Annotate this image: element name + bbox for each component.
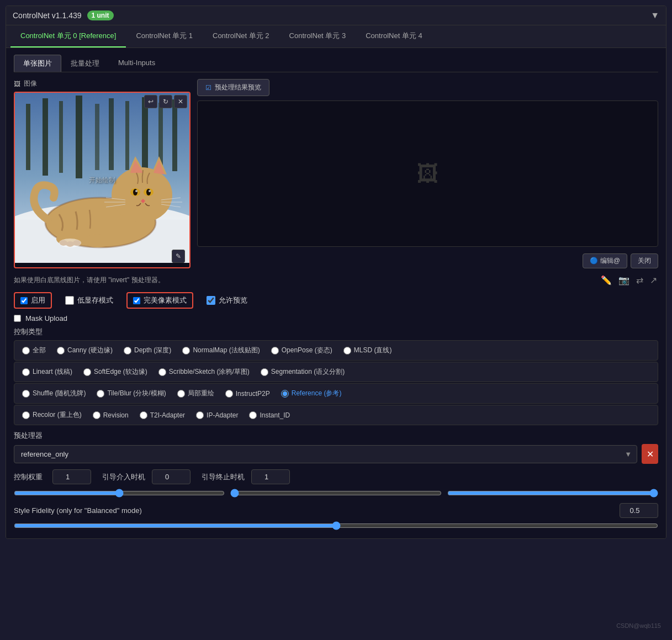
radio-canny[interactable]: Canny (硬边缘) [51,343,118,358]
mask-upload-checkbox[interactable] [14,315,21,322]
pixel-perfect-checkbox[interactable] [133,297,140,304]
svg-rect-1 [26,104,30,170]
radio-mlsd[interactable]: MLSD (直线) [338,343,398,358]
radio-all[interactable]: 全部 [17,343,51,358]
edit-button[interactable]: 🔵 编辑@ [583,253,627,268]
refresh-icon-btn[interactable]: ⇄ [635,274,644,287]
radio-lineart[interactable]: Lineart (线稿) [17,364,78,379]
mask-upload-row: Mask Upload [14,314,658,322]
style-fidelity-input[interactable] [620,503,658,518]
preprocessor-select[interactable]: reference_only reference_adain reference… [14,445,637,463]
close-image-button[interactable]: ✕ [174,95,187,108]
sliders-track-row [14,489,658,498]
svg-point-24 [135,190,137,192]
delete-icon: ✕ [647,449,654,459]
sub-tab-single[interactable]: 单张图片 [14,55,61,72]
svg-rect-5 [95,104,99,170]
radio-reference[interactable]: Reference (参考) [276,386,347,401]
control-weight-input[interactable] [52,469,91,484]
guidance-end-input[interactable] [251,469,290,484]
radio-revision[interactable]: Revision [87,408,134,422]
edit-icon: 🔵 [590,257,598,265]
svg-rect-3 [59,101,63,173]
low-vram-checkbox[interactable] [65,296,74,305]
preview-placeholder-icon: 🖼 [417,161,439,186]
camera-icon-btn[interactable]: 📷 [617,274,631,287]
control-weight-row: 控制权重 引导介入时机 引导终止时机 [14,469,658,484]
radio-revision-label: Revision [103,411,129,419]
radio-scribble[interactable]: Scribble/Sketch (涂鸦/草图) [153,364,255,379]
radio-softedge[interactable]: SoftEdge (软边缘) [78,364,153,379]
image-controls-top: ↩ ↻ ✕ [144,95,187,108]
content-area: 单张图片 批量处理 Multi-Inputs 🖼 图像 [6,48,666,538]
tab-unit2[interactable]: ControlNet 单元 2 [203,25,279,47]
image-upload-box[interactable]: 开始绘制 ↩ ↻ ✕ ✎ [14,92,191,268]
radio-openpose[interactable]: OpenPose (姿态) [266,343,338,358]
control-type-title: 控制类型 [14,327,658,337]
guidance-end-slider[interactable] [447,489,658,498]
radio-mlsd-label: MLSD (直线) [354,346,392,355]
tab-unit3[interactable]: ControlNet 单元 3 [279,25,356,47]
low-vram-label[interactable]: 低显存模式 [77,295,113,305]
edit-icon-btn[interactable]: ✏️ [600,274,613,287]
enable-checkbox-boxed: 启用 [14,292,52,309]
svg-rect-6 [109,98,114,170]
radio-ipadapter-label: IP-Adapter [207,411,238,419]
svg-point-25 [149,190,151,192]
dropdown-arrow-icon[interactable]: ▼ [650,10,659,20]
style-fidelity-slider[interactable] [14,521,658,530]
radio-instructp2p[interactable]: InstructP2P [220,386,276,401]
radio-normalmap[interactable]: NormalMap (法线贴图) [177,343,265,358]
tab-unit0[interactable]: ControlNet 单元 0 [Reference] [10,25,126,47]
allow-preview-label[interactable]: 允许预览 [219,295,247,305]
redo-button[interactable]: ↻ [159,95,172,108]
send-icon-btn[interactable]: ↗ [649,274,658,287]
guidance-start-slider[interactable] [230,489,441,498]
radio-t2iadapter-label: T2I-Adapter [150,411,185,419]
svg-point-22 [133,189,137,195]
brush-controls: ✎ [172,250,185,263]
radio-recolor[interactable]: Recolor (重上色) [17,408,87,422]
radio-instantid[interactable]: Instant_ID [244,408,295,422]
radio-tileblur[interactable]: Tile/Blur (分块/模糊) [91,386,171,401]
allow-preview-checkbox[interactable] [207,296,215,305]
sub-tab-multi[interactable]: Multi-Inputs [109,55,165,72]
sub-tab-batch[interactable]: 批量处理 [61,55,109,72]
image-icon: 🖼 [14,80,20,88]
radio-instructp2p-label: InstructP2P [236,390,270,398]
radio-segmentation[interactable]: Segmentation (语义分割) [255,364,350,379]
edit-close-buttons: 🔵 编辑@ 关闭 [197,253,658,268]
preview-result-button[interactable]: ☑ 预处理结果预览 [197,79,269,96]
cat-image-svg [15,93,191,263]
radio-ipadapter[interactable]: IP-Adapter [191,408,244,422]
radio-instantid-label: Instant_ID [260,411,290,419]
radio-shuffle[interactable]: Shuffle (随机洗牌) [17,386,91,401]
guidance-start-input[interactable] [152,469,191,484]
style-fidelity-slider-row [14,521,658,532]
pixel-perfect-boxed: 完美像素模式 [126,292,193,309]
pixel-perfect-label[interactable]: 完美像素模式 [144,295,187,305]
tab-unit1[interactable]: ControlNet 单元 1 [126,25,203,47]
radio-canny-label: Canny (硬边缘) [67,346,113,355]
style-fidelity-row: Style Fidelity (only for "Balanced" mode… [14,503,658,518]
enable-checkbox[interactable] [20,297,28,304]
preview-checkbox-icon: ☑ [205,84,211,92]
mask-upload-label[interactable]: Mask Upload [25,314,67,322]
radio-openpose-label: OpenPose (姿态) [282,346,332,355]
brush-button[interactable]: ✎ [172,250,185,263]
enable-label[interactable]: 启用 [31,295,45,305]
close-button[interactable]: 关闭 [631,253,658,268]
preprocessor-section: 预处理器 reference_only reference_adain refe… [14,431,658,464]
sliders-section: 控制权重 引导介入时机 引导终止时机 Style Fidelity (only … [14,469,658,532]
preprocessor-preview-area: 🖼 [197,101,658,247]
svg-rect-10 [172,99,177,171]
control-weight-slider[interactable] [14,489,225,498]
radio-t2iadapter[interactable]: T2I-Adapter [134,408,191,422]
warning-icons: ✏️ 📷 ⇄ ↗ [600,274,658,287]
radio-depth[interactable]: Depth (深度) [118,343,177,358]
tab-unit4[interactable]: ControlNet 单元 4 [356,25,432,47]
radio-recolor-label: Recolor (重上色) [33,410,82,420]
radio-inpaint[interactable]: 局部重绘 [172,386,220,401]
undo-button[interactable]: ↩ [144,95,157,108]
delete-preprocessor-button[interactable]: ✕ [642,444,658,464]
